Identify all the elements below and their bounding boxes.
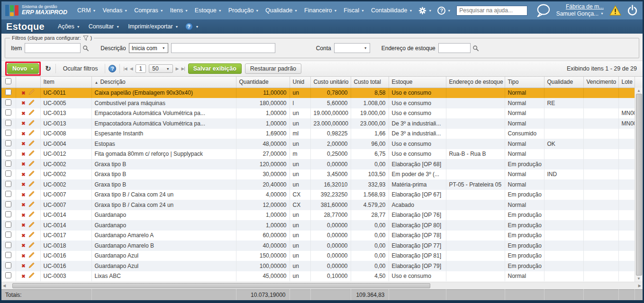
page-menu-ações[interactable]: Ações▼ <box>54 23 84 30</box>
delete-icon[interactable]: ✖ <box>21 223 25 228</box>
delete-icon[interactable]: ✖ <box>21 192 25 197</box>
delete-icon[interactable]: ✖ <box>21 182 25 187</box>
horizontal-scroll-thumb[interactable] <box>12 283 430 288</box>
row-checkbox[interactable] <box>5 170 11 177</box>
help-menu[interactable]: ? ▼ <box>435 7 454 15</box>
delete-icon[interactable]: ✖ <box>21 233 25 238</box>
first-page-button[interactable]: |◀ <box>123 66 127 71</box>
edit-icon[interactable] <box>28 150 35 158</box>
filter-funnel-icon[interactable] <box>83 36 89 41</box>
descricao-filter-input[interactable] <box>171 43 275 53</box>
row-checkbox[interactable] <box>5 130 11 136</box>
edit-icon[interactable] <box>28 222 35 229</box>
menu-itens[interactable]: Itens▼ <box>167 7 191 14</box>
edit-icon[interactable] <box>28 99 35 107</box>
column-header-unid[interactable]: Unid <box>290 77 310 88</box>
menu-financeiro[interactable]: Financeiro▼ <box>301 7 340 14</box>
edit-icon[interactable] <box>28 160 35 168</box>
edit-icon[interactable] <box>28 140 35 148</box>
table-row[interactable]: ✖UC-0005Combustível para máquinas180,000… <box>1 98 643 108</box>
row-checkbox[interactable] <box>5 150 11 156</box>
edit-icon[interactable] <box>28 181 35 188</box>
chat-bubble-icon[interactable] <box>535 4 551 17</box>
column-header-qualidade[interactable]: Qualidade <box>544 77 583 88</box>
toolbar-help-icon[interactable]: ? <box>109 65 116 72</box>
delete-icon[interactable]: ✖ <box>21 121 25 126</box>
page-help-menu[interactable]: ? <box>182 23 196 30</box>
row-checkbox[interactable] <box>5 120 11 126</box>
edit-icon[interactable] <box>28 262 35 270</box>
table-row[interactable]: ✖UC-0018Guardanapo Amarelo B40,00000un0,… <box>1 241 643 251</box>
edit-icon[interactable] <box>28 201 35 209</box>
table-row[interactable]: ✖UC-0016Guardanapo Azul100,00000un0,0000… <box>1 261 643 271</box>
table-row[interactable]: ✖UC-0011Caixa papelão (Embalagem 90x30x4… <box>1 88 643 98</box>
column-header-quantidade[interactable]: Quantidade <box>236 77 290 88</box>
column-header-tipo[interactable]: Tipo <box>505 77 544 88</box>
menu-produção[interactable]: Produção▼ <box>225 7 262 14</box>
table-row[interactable]: ✖UC-0017Guardanapo Amarelo A60,00000un0,… <box>1 231 643 241</box>
column-header-custo-unitario[interactable]: Custo unitário <box>310 77 351 88</box>
edit-icon[interactable] <box>28 109 35 117</box>
item-filter-input[interactable] <box>25 43 81 53</box>
edit-icon[interactable] <box>28 89 35 97</box>
column-header-endereco-de-estoque[interactable]: Endereço de estoque <box>446 77 505 88</box>
menu-compras[interactable]: Compras▼ <box>131 7 167 14</box>
delete-icon[interactable]: ✖ <box>21 243 25 248</box>
vertical-scrollbar[interactable]: ▲ ▼ <box>635 88 643 282</box>
table-row[interactable]: ✖UC-0012Fita gomada 80mm c/ reforço | Su… <box>1 149 643 160</box>
row-checkbox[interactable] <box>5 140 11 146</box>
table-row[interactable]: ✖UC-0016Guardanapo Azul150,00000un0,0000… <box>1 251 643 261</box>
table-row[interactable]: ✖UC-0013Empacotadora Automática Volumétr… <box>1 118 643 129</box>
refresh-icon[interactable]: ↻ <box>44 64 52 73</box>
current-page-box[interactable]: 1 <box>136 64 146 73</box>
row-checkbox[interactable] <box>5 99 11 106</box>
edit-icon[interactable] <box>28 120 35 127</box>
row-checkbox[interactable] <box>5 272 11 278</box>
page-size-select[interactable]: 50 ▼ <box>149 64 172 73</box>
vertical-scroll-thumb[interactable] <box>636 94 642 276</box>
menu-vendas[interactable]: Vendas▼ <box>99 7 131 14</box>
descricao-operator-select[interactable]: Inicia com ▼ <box>129 43 168 53</box>
delete-icon[interactable]: ✖ <box>21 274 25 279</box>
delete-icon[interactable]: ✖ <box>21 213 25 218</box>
menu-fiscal[interactable]: Fiscal▼ <box>340 7 368 14</box>
last-page-button[interactable]: ▶| <box>181 66 185 71</box>
horizontal-scrollbar[interactable]: ◀ ▶ <box>1 282 643 289</box>
edit-icon[interactable] <box>28 252 35 259</box>
menu-contabilidade[interactable]: Contabilidade▼ <box>368 7 416 14</box>
row-checkbox[interactable] <box>5 181 11 187</box>
row-checkbox[interactable] <box>5 211 11 217</box>
row-checkbox[interactable] <box>5 109 11 116</box>
table-row[interactable]: ✖UC-0014Guardanapo1,00000un0,000000,00El… <box>1 220 643 231</box>
delete-icon[interactable]: ✖ <box>21 100 25 106</box>
edit-icon[interactable] <box>28 242 35 250</box>
company-link[interactable]: Fábrica de m... <box>566 3 604 10</box>
scroll-right-icon[interactable]: ▶ <box>638 284 641 288</box>
delete-icon[interactable]: ✖ <box>21 141 25 146</box>
conta-filter-select[interactable]: ▼ <box>334 43 370 53</box>
power-icon[interactable] <box>627 5 638 17</box>
menu-estoque[interactable]: Estoque▼ <box>191 7 225 14</box>
edit-icon[interactable] <box>28 272 35 280</box>
delete-icon[interactable]: ✖ <box>21 152 25 157</box>
delete-icon[interactable]: ✖ <box>21 161 25 167</box>
menu-crm[interactable]: CRM▼ <box>74 7 99 14</box>
warning-icon[interactable] <box>609 5 621 16</box>
edit-icon[interactable] <box>28 211 35 219</box>
table-row[interactable]: ✖UC-0014Guardanapo1,00000un28,7700028,77… <box>1 210 643 221</box>
menu-qualidade[interactable]: Qualidade▼ <box>262 7 301 14</box>
edit-icon[interactable] <box>28 130 35 137</box>
row-checkbox[interactable] <box>5 89 11 95</box>
item-search-icon[interactable] <box>82 45 89 52</box>
table-row[interactable]: ✖UC-0007Graxa tipo B / Caixa com 24 un12… <box>1 200 643 210</box>
delete-icon[interactable]: ✖ <box>21 202 25 207</box>
column-header-descricao[interactable]: ▲Descrição <box>91 77 236 88</box>
table-row[interactable]: ✖UC-0008Espesante Instanth1,69000ml0,982… <box>1 129 643 139</box>
restaurar-padrao-button[interactable]: Restaurar padrão <box>245 63 301 74</box>
ocultar-filtros-button[interactable]: Ocultar filtros <box>59 65 102 72</box>
delete-icon[interactable]: ✖ <box>21 111 25 116</box>
next-page-button[interactable]: ▶ <box>176 66 179 71</box>
row-checkbox[interactable] <box>5 222 11 228</box>
endereco-search-icon[interactable] <box>472 45 479 52</box>
column-header-lote[interactable]: Lote <box>618 77 635 88</box>
